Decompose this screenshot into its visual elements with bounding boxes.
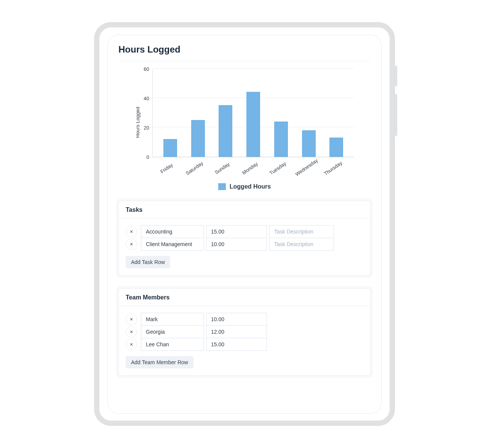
chart-y-ticks: 6040200 [144,69,152,157]
chart-x-tick: Wednesday [294,159,322,186]
chart-bar-column [159,139,182,157]
task-desc-input[interactable] [274,241,329,247]
close-icon: × [130,341,133,347]
team-hours-input[interactable] [211,341,262,347]
tablet-power-button [395,66,397,86]
task-hours-cell[interactable] [206,225,267,238]
chart-x-tick: Monday [239,159,267,186]
tasks-body: × × Add Task Row [119,218,370,275]
task-row: × [126,225,363,238]
add-team-row-button[interactable]: Add Team Member Row [126,356,193,368]
remove-team-button[interactable]: × [126,326,137,338]
task-hours-input[interactable] [211,229,262,235]
team-hours-cell[interactable] [206,338,267,351]
remove-task-button[interactable]: × [126,238,137,250]
task-desc-cell[interactable] [269,225,334,238]
close-icon: × [130,241,133,247]
task-desc-input[interactable] [274,229,329,235]
chart-bar [219,105,232,157]
task-desc-cell[interactable] [269,238,334,251]
team-name-cell[interactable] [141,313,204,326]
team-row: × [126,338,363,351]
task-name-cell[interactable] [141,238,204,251]
chart-plot [152,69,354,157]
team-name-cell[interactable] [141,338,204,351]
close-icon: × [130,329,133,335]
add-task-row-button[interactable]: Add Task Row [126,256,170,268]
tablet-volume-button [395,94,397,136]
team-panel: Team Members × × × Add Team Member [118,288,371,376]
chart-bar-column [270,122,292,157]
task-row: × [126,238,363,251]
task-name-cell[interactable] [141,225,204,238]
page-title: Hours Logged [118,44,371,61]
team-body: × × × Add Team Member Row [119,306,370,375]
hours-logged-chart: Hours Logged 6040200 FridaySaturdaySunda… [118,69,371,176]
chart-bars [153,69,354,157]
team-name-input[interactable] [146,341,199,347]
chart-x-ticks: FridaySaturdaySundayMondayTuesdayWednesd… [152,160,354,176]
team-name-input[interactable] [146,316,199,322]
close-icon: × [130,316,133,322]
remove-team-button[interactable]: × [126,314,137,325]
screen: Hours Logged Hours Logged 6040200 Friday… [107,35,382,414]
remove-task-button[interactable]: × [126,226,137,237]
chart-x-tick: Thursday [322,159,350,186]
team-hours-input[interactable] [211,329,262,335]
chart-bar [329,138,343,157]
team-hours-input[interactable] [211,316,262,322]
tasks-panel: Tasks × × Add Task Row [118,201,371,275]
team-row: × [126,313,363,326]
chart-x-tick: Friday [156,159,184,186]
task-name-input[interactable] [146,229,199,235]
team-name-input[interactable] [146,329,199,335]
team-header: Team Members [119,289,370,306]
chart-bar-column [297,130,320,157]
task-hours-input[interactable] [211,241,262,247]
task-hours-cell[interactable] [206,238,267,251]
team-hours-cell[interactable] [206,313,267,326]
chart-bar [274,122,288,157]
close-icon: × [130,229,133,235]
chart-bar [302,130,316,157]
tablet-frame: Hours Logged Hours Logged 6040200 Friday… [94,22,395,426]
team-hours-cell[interactable] [206,325,267,338]
team-row: × [126,326,363,338]
chart-y-axis-label: Hours Logged [135,107,141,138]
chart-bar [163,139,177,157]
chart-bar [246,92,260,157]
remove-team-button[interactable]: × [126,339,137,350]
chart-area: 6040200 [144,69,354,157]
chart-x-tick: Tuesday [267,159,294,186]
chart-gridline [153,68,354,69]
tasks-header: Tasks [119,201,370,218]
chart-bar-column [214,105,237,157]
task-name-input[interactable] [146,241,199,247]
chart-bar [191,120,205,157]
chart-bar-column [187,120,209,157]
chart-bar-column [325,138,348,157]
chart-x-tick: Saturday [184,159,211,186]
chart-x-tick: Sunday [211,159,239,186]
chart-bar-column [242,92,265,157]
team-name-cell[interactable] [141,325,204,338]
